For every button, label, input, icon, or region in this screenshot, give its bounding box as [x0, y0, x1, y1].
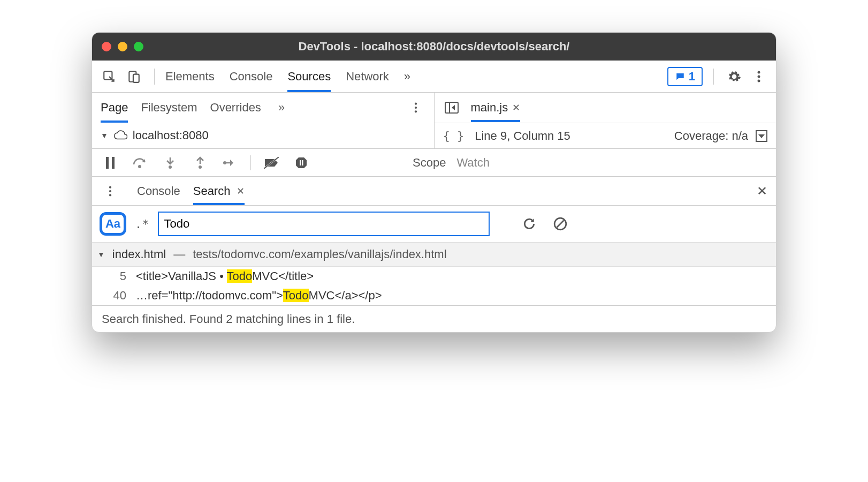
- search-result-line[interactable]: 40 …ref="http://todomvc.com">TodoMVC</a>…: [92, 286, 776, 305]
- navigator-host-label: localhost:8080: [133, 129, 209, 142]
- match-case-toggle[interactable]: Aa: [100, 212, 126, 236]
- separator: [154, 69, 155, 85]
- status-bar: Search finished. Found 2 matching lines …: [92, 305, 776, 332]
- window-title: DevTools - localhost:8080/docs/devtools/…: [101, 40, 767, 54]
- svg-point-14: [138, 165, 141, 168]
- tab-elements[interactable]: Elements: [165, 61, 215, 92]
- line-code: …ref="http://todomvc.com">TodoMVC</a></p…: [136, 289, 382, 303]
- tab-sources[interactable]: Sources: [287, 61, 331, 92]
- search-match: Todo: [283, 289, 309, 302]
- navigator-tab-filesystem[interactable]: Filesystem: [141, 93, 197, 123]
- traffic-lights: [102, 42, 143, 51]
- svg-point-4: [758, 75, 760, 78]
- disclosure-triangle-icon[interactable]: ▼: [101, 131, 108, 140]
- svg-rect-12: [106, 157, 109, 169]
- inspect-element-icon[interactable]: [100, 67, 119, 86]
- navigator-tab-page[interactable]: Page: [101, 93, 128, 123]
- debugger-tab-scope[interactable]: Scope: [413, 156, 446, 170]
- search-result-file[interactable]: ▼ index.html — tests/todomvc.com/example…: [92, 242, 776, 267]
- refresh-icon[interactable]: [520, 214, 539, 234]
- drawer-menu-icon[interactable]: [101, 182, 120, 201]
- svg-point-6: [414, 103, 416, 105]
- navigator-menu-icon[interactable]: [406, 98, 425, 117]
- drawer-tab-console[interactable]: Console: [137, 177, 180, 205]
- close-drawer-tab-icon[interactable]: ✕: [237, 185, 245, 197]
- close-window-button[interactable]: [102, 42, 111, 51]
- debugger-toolbar: Scope Watch: [92, 149, 776, 177]
- svg-point-15: [169, 165, 172, 169]
- cursor-position: Line 9, Column 15: [475, 129, 570, 143]
- svg-point-16: [199, 165, 202, 169]
- search-input[interactable]: [158, 212, 490, 236]
- editor-file-tab[interactable]: main.js ✕: [471, 93, 521, 122]
- svg-point-8: [414, 110, 416, 112]
- svg-rect-20: [300, 160, 301, 165]
- navigator-overflow[interactable]: »: [278, 101, 285, 115]
- step-out-icon[interactable]: [191, 153, 210, 172]
- step-icon[interactable]: [220, 153, 240, 172]
- separator: [250, 155, 251, 170]
- svg-point-7: [414, 107, 416, 109]
- close-drawer-icon[interactable]: ✕: [757, 184, 767, 199]
- maximize-window-button[interactable]: [134, 42, 143, 51]
- search-result-line[interactable]: 5 <title>VanillaJS • TodoMVC</title>: [92, 267, 776, 286]
- sources-split: Page Filesystem Overrides » ▼ localhost:…: [92, 93, 776, 149]
- deactivate-breakpoints-icon[interactable]: [262, 153, 281, 172]
- minimize-window-button[interactable]: [118, 42, 127, 51]
- drawer-tab-search-label: Search: [193, 184, 231, 198]
- pause-icon[interactable]: [101, 153, 120, 172]
- editor-tabs: main.js ✕: [435, 93, 776, 123]
- editor-pane: main.js ✕ { } Line 9, Column 15 Coverage…: [435, 93, 776, 148]
- debugger-tab-watch[interactable]: Watch: [456, 156, 490, 170]
- clear-icon[interactable]: [551, 214, 570, 234]
- tab-network[interactable]: Network: [346, 61, 389, 92]
- search-match: Todo: [227, 269, 253, 283]
- pause-on-exceptions-icon[interactable]: [292, 153, 311, 172]
- navigator-tabs: Page Filesystem Overrides »: [92, 93, 434, 123]
- step-over-icon[interactable]: [131, 153, 150, 172]
- svg-point-24: [109, 194, 111, 196]
- cloud-icon: [113, 130, 127, 141]
- pretty-print-icon[interactable]: { }: [443, 129, 465, 142]
- coverage-dropdown-icon[interactable]: [756, 130, 767, 142]
- svg-point-22: [109, 186, 111, 188]
- editor-file-name: main.js: [471, 101, 508, 115]
- device-toggle-icon[interactable]: [124, 67, 143, 86]
- drawer-tab-search[interactable]: Search ✕: [193, 177, 245, 205]
- editor-info-row: { } Line 9, Column 15 Coverage: n/a: [435, 123, 776, 148]
- regex-toggle[interactable]: .*: [135, 217, 149, 231]
- search-toolbar: Aa .*: [92, 206, 776, 242]
- step-into-icon[interactable]: [161, 153, 180, 172]
- navigator-tab-overrides[interactable]: Overrides: [210, 93, 261, 123]
- disclosure-triangle-icon[interactable]: ▼: [97, 250, 105, 259]
- svg-line-26: [557, 221, 564, 228]
- coverage-label: Coverage: n/a: [674, 129, 748, 143]
- titlebar: DevTools - localhost:8080/docs/devtools/…: [92, 33, 776, 61]
- svg-point-3: [758, 71, 760, 73]
- main-toolbar: Elements Console Sources Network » 1: [92, 61, 776, 93]
- result-file-dash: —: [173, 247, 185, 261]
- line-number: 40: [105, 289, 126, 303]
- navigator-pane: Page Filesystem Overrides » ▼ localhost:…: [92, 93, 435, 148]
- svg-rect-13: [112, 157, 115, 169]
- feedback-badge[interactable]: 1: [667, 67, 703, 86]
- main-tabs: Elements Console Sources Network »: [165, 61, 410, 92]
- feedback-count: 1: [689, 70, 695, 84]
- settings-icon[interactable]: [725, 67, 744, 86]
- svg-rect-2: [133, 74, 139, 82]
- navigator-host-row[interactable]: ▼ localhost:8080: [92, 123, 434, 148]
- result-file-name: index.html: [112, 247, 166, 261]
- line-code: <title>VanillaJS • TodoMVC</title>: [136, 269, 314, 283]
- drawer-tabs: Console Search ✕ ✕: [92, 177, 776, 206]
- tab-console[interactable]: Console: [230, 61, 273, 92]
- svg-point-23: [109, 190, 111, 192]
- close-tab-icon[interactable]: ✕: [512, 102, 520, 114]
- separator: [713, 69, 714, 85]
- kebab-menu-icon[interactable]: [749, 67, 768, 86]
- devtools-window: DevTools - localhost:8080/docs/devtools/…: [92, 32, 776, 333]
- tabs-overflow[interactable]: »: [404, 61, 410, 92]
- line-number: 5: [105, 269, 126, 283]
- svg-point-17: [223, 161, 226, 164]
- status-text: Search finished. Found 2 matching lines …: [102, 312, 355, 326]
- toggle-navigator-icon[interactable]: [442, 98, 461, 117]
